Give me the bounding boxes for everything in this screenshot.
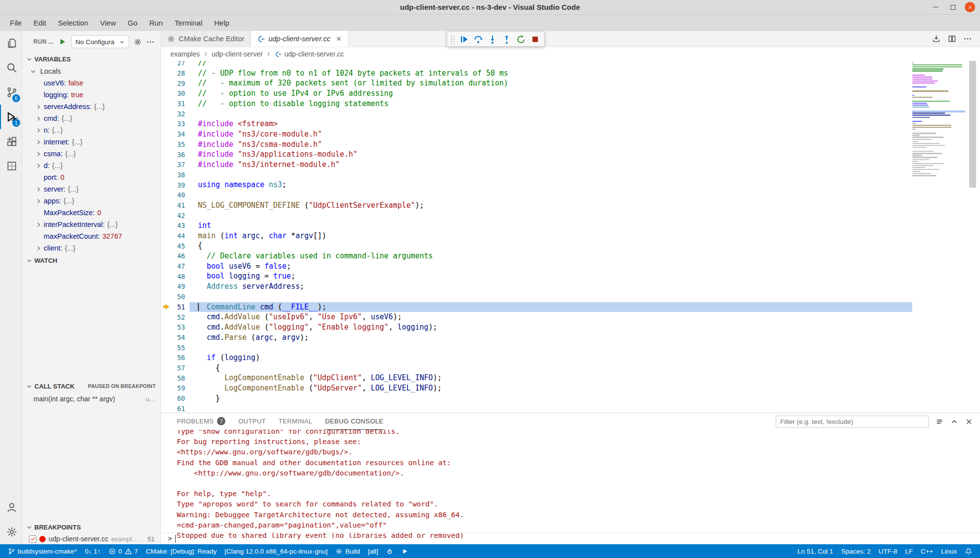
activity-item-cmake-tools[interactable] — [0, 154, 22, 178]
step-over-button[interactable] — [472, 33, 485, 46]
code-line[interactable]: if (logging) — [190, 353, 912, 363]
line-number[interactable]: 51 — [171, 303, 190, 311]
code-line[interactable]: #include "ns3/internet-module.h" — [190, 160, 912, 170]
code-line[interactable] — [190, 109, 912, 119]
status-item[interactable]: 0↓ 1↑ — [81, 544, 105, 558]
debug-config-dropdown[interactable]: No Configura — [71, 35, 129, 48]
variable-row[interactable]: MaxPacketSize:0 — [23, 207, 161, 219]
variable-row[interactable]: maxPacketCount:32767 — [23, 230, 161, 242]
stack-frame-row[interactable]: main(int argc, char ** argv) u... — [23, 392, 161, 405]
variable-row[interactable]: serverAddress:{...} — [23, 101, 161, 112]
menu-item-view[interactable]: View — [94, 15, 122, 31]
line-number[interactable]: 57 — [171, 364, 190, 372]
callstack-section-header[interactable]: CALL STACK PAUSED ON BREAKPOINT — [23, 380, 161, 392]
line-number[interactable]: 56 — [171, 354, 190, 362]
code-line[interactable]: // Declare variables used in command-lin… — [190, 251, 912, 261]
code-line[interactable]: // - option to disable logging statement… — [190, 99, 912, 109]
step-out-button[interactable] — [500, 33, 513, 46]
variables-section-header[interactable]: VARIABLES — [23, 53, 161, 65]
variable-row[interactable]: n:{...} — [23, 124, 161, 136]
code-line[interactable]: // — [190, 61, 912, 68]
console-filter-input[interactable] — [776, 416, 929, 428]
breadcrumb-item[interactable]: udp-client-server — [212, 50, 263, 58]
debug-console[interactable]: Type "show configuration" for configurat… — [161, 430, 980, 544]
line-number[interactable]: 35 — [171, 140, 190, 148]
code-line[interactable]: #include "ns3/csma-module.h" — [190, 140, 912, 150]
editor-scrollbar[interactable] — [965, 61, 980, 413]
minimap[interactable] — [912, 61, 965, 177]
activity-item-settings-gear[interactable] — [0, 520, 22, 544]
editor-tab[interactable]: CMake Cache Editor — [161, 31, 251, 47]
line-number[interactable]: 49 — [171, 282, 190, 290]
breakpoint-checkbox[interactable] — [29, 535, 36, 543]
code-line[interactable]: main (int argc, char *argv[]) — [190, 231, 912, 241]
code-line[interactable]: LogComponentEnable ("UdpServer", LOG_LEV… — [190, 383, 912, 393]
menu-item-run[interactable]: Run — [143, 15, 169, 31]
more-actions-icon[interactable] — [963, 34, 972, 43]
editor-tab[interactable]: udp-client-server.cc — [251, 31, 349, 47]
line-number[interactable]: 33 — [171, 120, 190, 128]
code-line[interactable]: } — [190, 393, 912, 404]
line-number[interactable]: 42 — [171, 212, 190, 220]
variable-row[interactable]: apps:{...} — [23, 195, 161, 207]
code-line[interactable]: // - UDP flow from n0 to n1 of 1024 byte… — [190, 68, 912, 79]
line-number[interactable]: 38 — [171, 171, 190, 179]
status-item[interactable]: Spaces: 2 — [837, 544, 874, 558]
line-number[interactable]: 41 — [171, 201, 190, 209]
line-number[interactable]: 52 — [171, 313, 190, 321]
views-more-actions-button[interactable] — [146, 38, 155, 46]
open-changes-icon[interactable] — [932, 34, 941, 43]
breakpoint-row[interactable]: udp-client-server.cc exampl... 51 — [23, 533, 161, 544]
gutter-glyph[interactable] — [161, 303, 171, 310]
code-line[interactable]: // - option to use IPv4 or IPv6 addressi… — [190, 88, 912, 99]
restart-button[interactable] — [515, 33, 527, 46]
activity-item-files[interactable] — [0, 31, 22, 56]
status-item[interactable] — [961, 544, 976, 558]
line-number[interactable]: 39 — [171, 181, 190, 189]
line-number[interactable]: 61 — [171, 405, 190, 413]
code-line[interactable]: #include "ns3/core-module.h" — [190, 129, 912, 140]
line-number[interactable]: 50 — [171, 293, 190, 301]
code-editor[interactable]: 2728293031323334353637383940414243444546… — [161, 61, 980, 413]
debug-settings-gear-button[interactable] — [134, 38, 142, 46]
line-number[interactable]: 27 — [171, 61, 190, 67]
line-number[interactable]: 47 — [171, 262, 190, 270]
status-item[interactable]: C++ — [917, 544, 937, 558]
code-line[interactable]: CommandLine cmd (__FILE__); — [190, 302, 912, 312]
maximize-panel-icon[interactable] — [950, 418, 958, 426]
code-line[interactable] — [190, 292, 912, 302]
code-line[interactable]: bool logging = true; — [190, 271, 912, 281]
status-item[interactable]: buildsystem-cmake* — [4, 544, 81, 558]
variable-row[interactable]: cmd:{...} — [23, 112, 161, 124]
line-number[interactable]: 40 — [171, 191, 190, 199]
status-item[interactable]: [all] — [364, 544, 382, 558]
line-number[interactable]: 43 — [171, 222, 190, 229]
status-item[interactable]: 07 — [105, 544, 142, 558]
watch-section-header[interactable]: WATCH — [23, 254, 161, 267]
variable-row[interactable]: server:{...} — [23, 183, 161, 195]
breadcrumb-item[interactable]: examples — [170, 50, 200, 58]
line-number[interactable]: 53 — [171, 323, 190, 331]
menu-item-terminal[interactable]: Terminal — [169, 15, 209, 31]
panel-tab-output[interactable]: OUTPUT — [238, 413, 266, 430]
code-line[interactable]: NS_LOG_COMPONENT_DEFINE ("UdpClientServe… — [190, 200, 912, 211]
stop-button[interactable] — [529, 33, 542, 46]
menu-item-file[interactable]: File — [4, 15, 27, 31]
code-line[interactable]: { — [190, 241, 912, 251]
variable-row[interactable]: csma:{...} — [23, 148, 161, 160]
status-item[interactable]: Ln 51, Col 1 — [793, 544, 837, 558]
close-tab-icon[interactable] — [335, 35, 342, 42]
code-line[interactable] — [190, 403, 912, 413]
line-number[interactable]: 29 — [171, 80, 190, 87]
line-number[interactable]: 46 — [171, 252, 190, 260]
minimize-button[interactable] — [930, 2, 941, 12]
variable-row[interactable]: client:{...} — [23, 242, 161, 254]
code-line[interactable]: LogComponentEnable ("UdpClient", LOG_LEV… — [190, 373, 912, 383]
code-line[interactable]: cmd.AddValue ("logging", "Enable logging… — [190, 322, 912, 333]
variable-row[interactable]: port:0 — [23, 171, 161, 183]
code-line[interactable] — [190, 190, 912, 200]
status-item[interactable] — [397, 544, 412, 558]
continue-button[interactable] — [458, 33, 470, 46]
panel-tab-debug-console[interactable]: DEBUG CONSOLE — [325, 413, 383, 430]
start-debugging-button[interactable] — [58, 37, 67, 46]
